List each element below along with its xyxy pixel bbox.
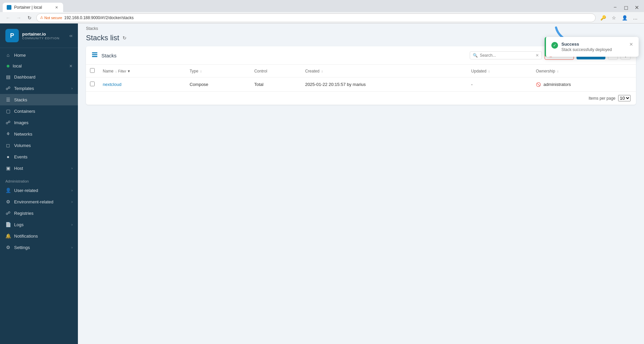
toast-close-button[interactable]: ✕ xyxy=(629,42,633,47)
toast-content: Success Stack successfully deployed xyxy=(561,42,626,52)
sidebar-item-templates[interactable]: ☍ Templates › xyxy=(0,83,78,94)
sidebar-item-volumes[interactable]: ◻ Volumes xyxy=(0,140,78,151)
sidebar-item-env-related[interactable]: ⚙ Environment-related › xyxy=(0,196,78,207)
stacks-icon: ☰ xyxy=(5,97,11,102)
browser-actions: 🔑 ☆ 👤 … xyxy=(598,13,640,22)
env-close-icon[interactable]: ✕ xyxy=(69,64,73,68)
sidebar-item-events[interactable]: ● Events xyxy=(0,151,78,162)
sidebar-item-registries[interactable]: ☍ Registries xyxy=(0,207,78,219)
restore-button[interactable]: ◻ xyxy=(621,3,631,12)
volumes-icon: ◻ xyxy=(5,143,11,148)
browser-toolbar: ← → ↻ ⚠ Not secure 192.168.0.188:9000/#!… xyxy=(0,12,644,23)
refresh-button[interactable]: ↻ xyxy=(123,35,127,41)
sidebar-dashboard-label: Dashboard xyxy=(14,75,73,80)
filter-icon: ▼ xyxy=(127,69,131,73)
sidebar-stacks-label: Stacks xyxy=(14,97,73,102)
pagination-bar: Items per page 10 25 50 xyxy=(86,91,636,105)
app-container: P portainer.io COMMUNITY EDITION ‹‹ ⌂ Ho… xyxy=(0,23,644,344)
search-box[interactable]: 🔍 ✕ xyxy=(470,51,542,59)
sidebar-containers-label: Containers xyxy=(14,109,73,114)
profile-button[interactable]: 👤 xyxy=(620,13,629,22)
password-icon[interactable]: 🔑 xyxy=(598,13,608,22)
env-status-dot xyxy=(7,65,9,67)
sidebar-volumes-label: Volumes xyxy=(14,143,73,148)
items-per-page-select[interactable]: 10 25 50 xyxy=(618,95,631,101)
registries-icon: ☍ xyxy=(5,210,11,216)
sidebar-item-home[interactable]: ⌂ Home xyxy=(0,49,78,61)
home-icon: ⌂ xyxy=(5,52,11,58)
host-expand-icon: › xyxy=(72,166,73,170)
back-button[interactable]: ← xyxy=(4,14,12,22)
reload-button[interactable]: ↻ xyxy=(26,14,34,22)
close-button[interactable]: ✕ xyxy=(632,3,641,12)
url-display: 192.168.0.188:9000/#!/2/docker/stacks xyxy=(64,15,134,20)
name-col-label: Name xyxy=(103,69,113,73)
templates-expand-icon: › xyxy=(72,87,73,90)
updated-col-label: Updated xyxy=(471,69,486,73)
browser-chrome: Portainer | local ✕ − ◻ ✕ ← → ↻ ⚠ Not se… xyxy=(0,0,644,23)
sidebar-env-local[interactable]: local ✕ xyxy=(0,61,78,71)
created-sort-icon[interactable]: ↕ xyxy=(321,69,323,73)
address-bar[interactable]: ⚠ Not secure 192.168.0.188:9000/#!/2/doc… xyxy=(36,13,596,22)
sidebar-images-label: Images xyxy=(14,120,73,125)
sidebar-home-label: Home xyxy=(14,53,73,58)
sidebar-item-logs[interactable]: 📄 Logs › xyxy=(0,219,78,230)
row-checkbox-cell xyxy=(86,78,99,92)
type-sort-icon[interactable]: ↕ xyxy=(200,69,202,73)
svg-rect-0 xyxy=(92,52,97,53)
row-updated-cell: - xyxy=(467,78,532,92)
sidebar-item-settings[interactable]: ⚙ Settings › xyxy=(0,242,78,253)
logo-title: portainer.io xyxy=(22,32,59,37)
table-row: nextcloud Compose Total 2025-01-22 20:15… xyxy=(86,78,636,92)
type-col-label: Type xyxy=(190,69,198,73)
sidebar-logs-label: Logs xyxy=(14,222,68,227)
search-icon: 🔍 xyxy=(473,53,478,58)
sidebar: P portainer.io COMMUNITY EDITION ‹‹ ⌂ Ho… xyxy=(0,23,78,344)
filter-label: Filter xyxy=(118,69,126,73)
extensions-button[interactable]: … xyxy=(631,13,640,22)
sidebar-item-containers[interactable]: ▢ Containers xyxy=(0,105,78,117)
collapse-sidebar-button[interactable]: ‹‹ xyxy=(70,33,73,38)
settings-expand-icon: › xyxy=(72,246,73,249)
sidebar-item-dashboard[interactable]: ▤ Dashboard xyxy=(0,71,78,83)
sidebar-item-user-related[interactable]: 👤 User-related › xyxy=(0,185,78,196)
sidebar-item-host[interactable]: ▣ Host › xyxy=(0,162,78,174)
name-sort-icon[interactable]: ↓ xyxy=(115,69,117,73)
search-clear-icon[interactable]: ✕ xyxy=(536,53,539,58)
not-secure-indicator: ⚠ Not secure xyxy=(40,15,62,20)
ownership-value: administrators xyxy=(544,82,571,87)
sidebar-item-images[interactable]: ☍ Images xyxy=(0,117,78,128)
stack-name-link[interactable]: nextcloud xyxy=(103,82,122,87)
sidebar-main-section: ⌂ Home local ✕ ▤ Dashboard ☍ Templates ›… xyxy=(0,48,78,175)
window-controls: − ◻ ✕ xyxy=(610,3,641,12)
minimize-button[interactable]: − xyxy=(610,3,620,12)
sidebar-item-stacks[interactable]: ☰ Stacks xyxy=(0,94,78,105)
browser-tab[interactable]: Portainer | local ✕ xyxy=(3,3,63,12)
tab-close-button[interactable]: ✕ xyxy=(54,5,59,10)
logo-area: P portainer.io COMMUNITY EDITION xyxy=(5,29,59,42)
dashboard-icon: ▤ xyxy=(5,74,11,80)
logs-expand-icon: › xyxy=(72,223,73,227)
bookmark-icon[interactable]: ☆ xyxy=(609,13,618,22)
sidebar-registries-label: Registries xyxy=(14,211,73,216)
ownership-col-label: Ownership xyxy=(536,69,555,73)
main-content: Stacks Stacks list ↻ Stacks 🔍 xyxy=(78,23,644,344)
svg-rect-1 xyxy=(92,54,97,55)
created-col-label: Created xyxy=(305,69,320,73)
sidebar-templates-label: Templates xyxy=(14,86,68,91)
row-ownership-cell: 🚫 administrators xyxy=(532,78,636,92)
filter-button[interactable]: Filter ▼ xyxy=(118,69,131,73)
row-control-cell: Total xyxy=(250,78,301,92)
env-related-expand-icon: › xyxy=(72,200,73,204)
sidebar-user-related-label: User-related xyxy=(14,188,68,193)
row-created-cell: 2025-01-22 20:15:57 by marius xyxy=(301,78,467,92)
updated-sort-icon[interactable]: ↕ xyxy=(488,69,490,73)
sidebar-item-notifications[interactable]: 🔔 Notifications xyxy=(0,230,78,242)
row-checkbox[interactable] xyxy=(90,82,95,86)
browser-title-bar: Portainer | local ✕ − ◻ ✕ xyxy=(0,0,644,12)
forward-button[interactable]: → xyxy=(15,14,23,22)
search-input[interactable] xyxy=(480,53,534,58)
sidebar-item-networks[interactable]: ⚘ Networks xyxy=(0,128,78,140)
ownership-sort-icon[interactable]: ↕ xyxy=(557,69,559,73)
select-all-checkbox[interactable] xyxy=(90,68,95,73)
